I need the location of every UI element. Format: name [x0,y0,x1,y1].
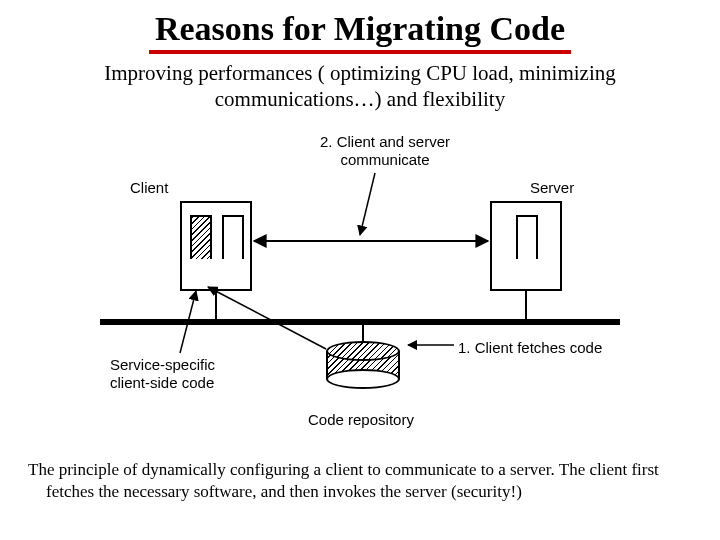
caption: The principle of dynamically configuring… [28,459,704,503]
repo-label: Code repository [308,411,414,429]
client-label: Client [130,179,168,197]
code-repository [326,341,400,389]
client-box [180,201,252,291]
bus-tick-repo [362,319,364,341]
bus-tick-client [215,291,217,319]
side-code-label: Service-specific client-side code [110,356,240,392]
server-label: Server [530,179,574,197]
network-bus [100,319,620,325]
step2-label: 2. Client and server communicate [300,133,470,169]
page-title: Reasons for Migrating Code [149,10,571,54]
step2-pointer [360,173,375,235]
server-slot [516,215,538,259]
diagram: Client Server 2. Client and server commu… [70,131,650,451]
client-empty-slot [222,215,244,259]
server-box [490,201,562,291]
fetch-arrow [208,287,326,349]
bus-tick-server [525,291,527,319]
client-code-slot [190,215,212,259]
subtitle: Improving performances ( optimizing CPU … [60,60,660,113]
step1-label: 1. Client fetches code [458,339,602,357]
